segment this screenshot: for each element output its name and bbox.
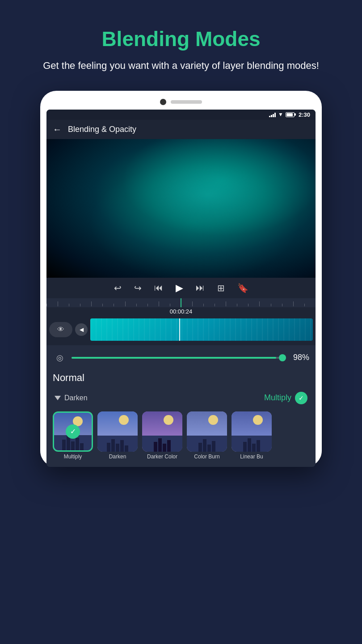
blend-thumb-darkercolor[interactable]: Darker Color <box>142 411 182 460</box>
expand-icon <box>55 396 61 400</box>
thumb-sky <box>232 411 272 436</box>
thumb-linearburn-label: Linear Bu <box>240 453 263 460</box>
play-button[interactable]: ▶ <box>176 282 183 294</box>
ruler-tick <box>46 304 58 306</box>
building <box>198 443 202 452</box>
blend-thumb-linearburn[interactable]: Linear Bu <box>232 411 272 460</box>
check-circle: ✓ <box>295 392 307 404</box>
thumb-buildings <box>97 436 138 452</box>
opacity-slider-thumb[interactable] <box>279 354 286 361</box>
phone-speaker <box>171 100 202 104</box>
undo-button[interactable]: ↩ <box>114 283 122 293</box>
blend-section-title: Darken <box>55 394 88 402</box>
opacity-slider[interactable] <box>72 357 282 359</box>
ruler-tick <box>293 301 304 306</box>
thumb-moon <box>164 415 173 425</box>
building <box>248 438 251 452</box>
figure-overlay <box>46 139 316 278</box>
ruler-tick <box>271 304 282 306</box>
ruler-tick <box>203 304 215 306</box>
building <box>125 445 128 452</box>
redo-button[interactable]: ↪ <box>134 283 142 293</box>
blend-thumb-darken[interactable]: Darken <box>97 411 138 460</box>
timeline-area[interactable]: 00:00:24 👁 ◀ <box>46 298 316 345</box>
ruler-tick <box>69 304 80 306</box>
thumb-multiply-img: ✓ <box>53 411 93 452</box>
bookmark-button[interactable]: 🔖 <box>237 283 248 293</box>
back-button[interactable]: ← <box>53 124 62 135</box>
ruler-tick <box>181 304 192 306</box>
ruler-tick <box>159 301 170 306</box>
check-icon: ✓ <box>299 394 304 402</box>
building <box>252 444 256 452</box>
ruler-tick <box>248 304 259 306</box>
status-bar: ▼ 2:30 <box>46 110 316 120</box>
track-clip[interactable] <box>90 318 313 341</box>
thumb-darkercolor-label: Darker Color <box>147 453 177 460</box>
thumb-colorburn-label: Color Burn <box>194 453 219 460</box>
to-start-button[interactable]: ⏮ <box>154 283 163 293</box>
video-bg <box>46 139 316 278</box>
building <box>163 444 166 452</box>
phone-screen: ▼ 2:30 ← Blending & Opacity ↩ ↪ ⏮ ▶ <box>46 110 316 467</box>
ruler-tick <box>259 301 270 306</box>
building <box>154 442 157 452</box>
track-clip-pattern <box>90 318 313 341</box>
phone-notch <box>46 99 316 105</box>
page-title: Blending Modes <box>101 27 260 51</box>
battery-icon <box>286 112 295 117</box>
eye-icon: 👁 <box>57 326 64 334</box>
app-toolbar: ← Blending & Opacity <box>46 120 316 139</box>
status-icons: ▼ 2:30 <box>269 111 310 118</box>
thumb-darkercolor-img <box>142 411 182 452</box>
building <box>203 439 206 452</box>
building <box>62 440 66 450</box>
thumb-moon <box>208 415 218 425</box>
building <box>158 438 162 452</box>
phone-camera <box>160 99 166 105</box>
thumb-city-bg <box>187 411 227 452</box>
blend-thumb-multiply[interactable]: ✓ Multiply <box>53 411 93 460</box>
thumb-buildings <box>142 436 182 452</box>
building <box>76 438 79 450</box>
ruler-tick <box>192 301 203 306</box>
track-visibility-button[interactable]: 👁 <box>49 322 72 337</box>
page-subtitle: Get the feeling you want with a variety … <box>7 59 355 73</box>
ruler-tick <box>282 304 293 306</box>
signal-icon <box>269 112 276 117</box>
opacity-icon: ◎ <box>53 351 67 365</box>
blend-mode-label: Normal <box>53 369 309 388</box>
building <box>207 445 211 452</box>
bottom-panel: ← ◆ ✂ ◎ 98% Normal Darken <box>46 345 316 467</box>
thumb-sky <box>187 411 227 436</box>
add-layer-button[interactable]: ⊞ <box>217 283 225 293</box>
thumb-buildings <box>232 436 272 452</box>
building <box>212 441 215 452</box>
blend-active-label: Multiply <box>264 393 291 402</box>
opacity-value: 98% <box>287 353 309 362</box>
ruler-tick <box>170 304 181 306</box>
playback-controls: ↩ ↪ ⏮ ▶ ⏭ ⊞ 🔖 <box>46 278 316 298</box>
thumb-moon <box>119 415 129 425</box>
building <box>167 440 171 452</box>
thumb-buildings <box>187 436 227 452</box>
thumb-sky <box>142 411 182 436</box>
ruler-tick <box>304 304 316 306</box>
thumb-darken-label: Darken <box>109 453 126 460</box>
thumb-city-bg <box>232 411 272 452</box>
blend-section-header[interactable]: Darken Multiply ✓ <box>53 388 309 408</box>
blend-thumb-colorburn[interactable]: Color Burn <box>187 411 227 460</box>
ruler-tick <box>125 301 136 306</box>
opacity-row: ◎ 98% <box>53 351 309 369</box>
ruler-tick <box>226 301 237 306</box>
track-expand-button[interactable]: ◀ <box>75 323 88 336</box>
thumb-city-bg <box>142 411 182 452</box>
ruler-tick <box>91 301 102 306</box>
wifi-icon: ▼ <box>278 111 283 118</box>
track-row: 👁 ◀ <box>46 317 316 343</box>
ruler-tick <box>136 304 147 306</box>
thumb-sky <box>97 411 138 436</box>
thumb-linearburn-img <box>232 411 272 452</box>
to-end-button[interactable]: ⏭ <box>196 283 205 293</box>
status-time: 2:30 <box>299 111 310 118</box>
